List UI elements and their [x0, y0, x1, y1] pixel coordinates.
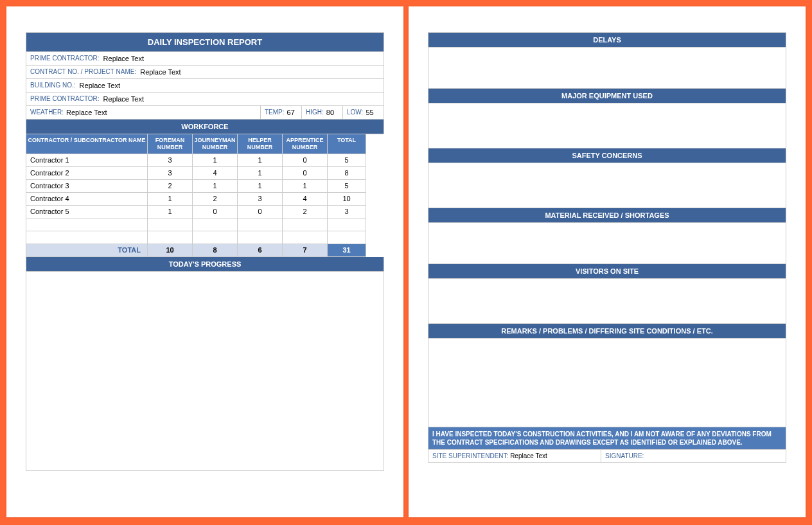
field-building-no[interactable]: BUILDING NO.: Replace Text [26, 79, 384, 93]
weather-value: Replace Text [66, 109, 107, 116]
safety-header: SAFETY CONCERNS [428, 148, 786, 163]
workforce-row[interactable]: Contractor 131105 [26, 154, 384, 167]
superintendent-cell[interactable]: SITE SUPERINTENDENT: Replace Text [428, 450, 601, 463]
high-label: HIGH: [306, 109, 324, 116]
cell-name: Contractor 1 [26, 154, 148, 167]
visitors-header: VISITORS ON SITE [428, 264, 786, 279]
cell-apprentice: 0 [283, 154, 328, 167]
col-total: TOTAL [328, 134, 366, 154]
high-cell[interactable]: HIGH: 80 [302, 106, 343, 120]
cell-journeyman: 0 [193, 206, 238, 218]
workforce-empty-row[interactable] [26, 231, 384, 244]
cell-foreman: 3 [148, 154, 193, 167]
workforce-total-row: TOTAL 10 8 6 7 31 [26, 244, 384, 257]
cell-apprentice: 4 [283, 193, 328, 206]
col-foreman: FOREMAN NUMBER [148, 134, 193, 154]
temp-cell[interactable]: TEMP: 67 [261, 106, 302, 120]
report-page-1: DAILY INSPECTION REPORT PRIME CONTRACTOR… [6, 6, 403, 517]
col-apprentice: APPRENTICE NUMBER [283, 134, 328, 154]
field-label: BUILDING NO.: [30, 82, 76, 89]
cell-helper: 0 [238, 206, 283, 218]
cell-foreman: 2 [148, 180, 193, 193]
delays-header: DELAYS [428, 32, 786, 48]
cell-foreman: 1 [148, 206, 193, 218]
cell-journeyman: 4 [193, 167, 238, 180]
remarks-textarea[interactable] [428, 339, 786, 427]
cell-apprentice: 0 [283, 167, 328, 180]
cell-total: 10 [328, 193, 366, 206]
progress-textarea[interactable] [26, 272, 384, 471]
field-label: CONTRACT NO. / PROJECT NAME: [30, 68, 136, 76]
weather-row: WEATHER: Replace Text TEMP: 67 HIGH: 80 … [26, 106, 384, 120]
cell-helper: 1 [238, 180, 283, 193]
col-contractor: CONTRACTOR / SUBCONTRACTOR NAME [26, 134, 148, 154]
field-prime-contractor[interactable]: PRIME CONTRACTOR: Replace Text [26, 52, 384, 66]
field-value: Replace Text [103, 95, 144, 103]
total-grand: 31 [328, 244, 366, 257]
delays-textarea[interactable] [428, 48, 786, 89]
field-prime-contractor-2[interactable]: PRIME CONTRACTOR: Replace Text [26, 93, 384, 106]
weather-label: WEATHER: [30, 109, 64, 116]
cell-journeyman: 1 [193, 154, 238, 167]
workforce-header: WORKFORCE [26, 120, 384, 134]
superintendent-label: SITE SUPERINTENDENT: [432, 452, 508, 459]
cell-total: 3 [328, 206, 366, 218]
col-journeyman: JOURNEYMAN NUMBER [193, 134, 238, 154]
cell-journeyman: 1 [193, 180, 238, 193]
cell-name: Contractor 4 [26, 193, 148, 206]
cell-helper: 1 [238, 167, 283, 180]
total-foreman: 10 [148, 244, 193, 257]
temp-value: 67 [287, 109, 295, 116]
total-label: TOTAL [26, 244, 148, 257]
cell-total: 8 [328, 167, 366, 180]
cell-helper: 1 [238, 154, 283, 167]
signature-row: SITE SUPERINTENDENT: Replace Text SIGNAT… [428, 450, 786, 463]
field-contract-project[interactable]: CONTRACT NO. / PROJECT NAME: Replace Tex… [26, 66, 384, 79]
col-helper: HELPER NUMBER [238, 134, 283, 154]
workforce-row[interactable]: Contractor 4123410 [26, 193, 384, 206]
cell-total: 5 [328, 180, 366, 193]
cell-total: 5 [328, 154, 366, 167]
field-label: PRIME CONTRACTOR: [30, 55, 100, 62]
visitors-textarea[interactable] [428, 279, 786, 324]
cell-foreman: 1 [148, 193, 193, 206]
temp-label: TEMP: [265, 109, 285, 116]
signature-label: SIGNATURE: [605, 452, 644, 459]
workforce-columns: CONTRACTOR / SUBCONTRACTOR NAME FOREMAN … [26, 134, 384, 154]
report-title: DAILY INSPECTION REPORT [26, 32, 384, 52]
cell-name: Contractor 3 [26, 180, 148, 193]
high-value: 80 [326, 109, 334, 116]
cell-apprentice: 1 [283, 180, 328, 193]
equipment-header: MAJOR EQUIPMENT USED [428, 89, 786, 103]
total-journeyman: 8 [193, 244, 238, 257]
equipment-textarea[interactable] [428, 103, 786, 148]
workforce-row[interactable]: Contractor 510023 [26, 206, 384, 218]
remarks-header: REMARKS / PROBLEMS / DIFFERING SITE COND… [428, 324, 786, 339]
total-apprentice: 7 [283, 244, 328, 257]
total-helper: 6 [238, 244, 283, 257]
workforce-empty-row[interactable] [26, 218, 384, 231]
material-header: MATERIAL RECEIVED / SHORTAGES [428, 208, 786, 223]
field-value: Replace Text [140, 68, 181, 76]
material-textarea[interactable] [428, 223, 786, 264]
cell-foreman: 3 [148, 167, 193, 180]
field-value: Replace Text [103, 55, 144, 62]
workforce-row[interactable]: Contractor 321115 [26, 180, 384, 193]
field-value: Replace Text [80, 82, 120, 89]
safety-textarea[interactable] [428, 163, 786, 208]
cell-name: Contractor 2 [26, 167, 148, 180]
low-cell[interactable]: LOW: 55 [343, 106, 384, 120]
report-page-2: DELAYS MAJOR EQUIPMENT USED SAFETY CONCE… [409, 6, 806, 517]
low-label: LOW: [347, 109, 363, 116]
cell-helper: 3 [238, 193, 283, 206]
cell-journeyman: 2 [193, 193, 238, 206]
certification-statement: I HAVE INSPECTED TODAY'S CONSTRUCTION AC… [428, 427, 786, 450]
low-value: 55 [366, 109, 373, 116]
field-label: PRIME CONTRACTOR: [30, 95, 100, 103]
weather-cell[interactable]: WEATHER: Replace Text [26, 106, 261, 120]
superintendent-value: Replace Text [510, 452, 547, 459]
signature-cell[interactable]: SIGNATURE: [601, 450, 786, 463]
cell-name: Contractor 5 [26, 206, 148, 218]
workforce-row[interactable]: Contractor 234108 [26, 167, 384, 180]
progress-header: TODAY'S PROGRESS [26, 257, 384, 272]
